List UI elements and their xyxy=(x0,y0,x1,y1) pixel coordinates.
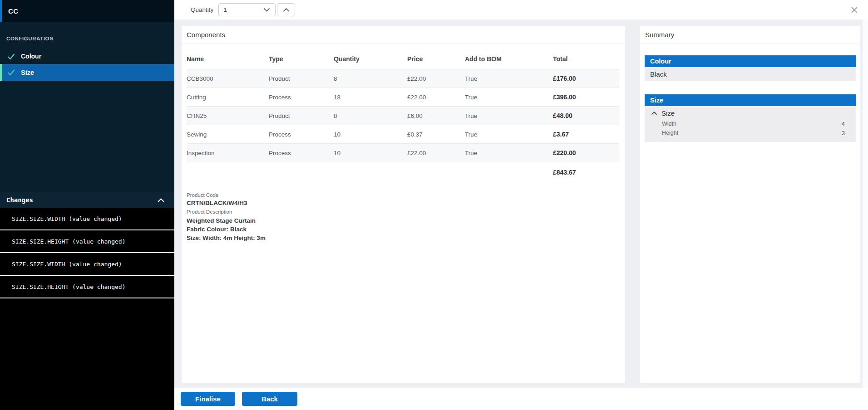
table-cell: £3.67 xyxy=(553,131,619,138)
sidebar-item-colour[interactable]: Colour xyxy=(0,49,174,64)
table-cell: True xyxy=(465,112,553,119)
table-cell: Product xyxy=(269,112,334,119)
scrollbar[interactable] xyxy=(862,20,868,388)
check-icon xyxy=(7,53,15,60)
table-cell: True xyxy=(465,131,553,138)
table-cell: £22.00 xyxy=(407,94,465,101)
changes-header[interactable]: Changes xyxy=(0,192,174,208)
table-cell: 8 xyxy=(334,112,407,119)
product-description-line: Weighted Stage Curtain xyxy=(187,216,625,225)
components-table: NameTypeQuantityPriceAdd to BOMTotal CCB… xyxy=(187,44,619,183)
table-cell: £396.00 xyxy=(553,93,619,101)
table-cell: CHN25 xyxy=(187,112,269,119)
table-cell: True xyxy=(465,75,553,82)
product-code-label: Product Code xyxy=(187,192,625,198)
summary-card: Summary ColourBlackSizeSizeWidth4Height3 xyxy=(640,26,860,383)
column-header: Add to BOM xyxy=(465,55,553,63)
chevron-up-icon xyxy=(283,8,289,12)
table-cell: £22.00 xyxy=(407,75,465,82)
attribute-value: 4 xyxy=(842,121,845,127)
finalise-button[interactable]: Finalise xyxy=(181,392,235,406)
summary-body: ColourBlackSizeSizeWidth4Height3 xyxy=(640,44,860,142)
table-cell: £220.00 xyxy=(553,149,619,156)
app-brand: CC xyxy=(0,0,174,22)
close-button[interactable] xyxy=(850,6,858,14)
table-cell: 18 xyxy=(334,94,407,101)
table-cell: Inspection xyxy=(187,150,269,156)
product-description-line: Fabric Colour: Black xyxy=(187,225,625,234)
quantity-increment-button[interactable] xyxy=(277,3,295,16)
table-row: SewingProcess10£0.37True£3.67 xyxy=(187,125,619,144)
attribute-row: Height3 xyxy=(645,128,856,137)
chevron-up-icon xyxy=(158,198,164,202)
footer: Finalise Back xyxy=(174,388,868,410)
table-row: InspectionProcess10£22.00True£220.00 xyxy=(187,144,619,162)
column-header: Price xyxy=(407,55,465,63)
components-title: Components xyxy=(182,26,625,44)
sidebar-item-label: Size xyxy=(21,69,34,76)
configuration-nav: ColourSize xyxy=(0,49,174,81)
table-cell: £176.00 xyxy=(553,75,619,82)
product-info: Product Code CRTN/BLACK/W4/H3 Product De… xyxy=(187,192,625,242)
product-description-label: Product Description xyxy=(187,209,625,215)
table-cell: 10 xyxy=(334,131,407,138)
table-cell: Sewing xyxy=(187,131,269,138)
sidebar: CC CONFIGURATION ColourSize Changes SIZE… xyxy=(0,0,174,410)
change-item: SIZE.SIZE.HEIGHT (value changed) xyxy=(0,230,174,253)
summary-section-header: Size xyxy=(645,94,856,106)
table-row: CuttingProcess18£22.00True£396.00 xyxy=(187,88,619,107)
check-icon xyxy=(7,69,15,76)
summary-section: SizeSizeWidth4Height3 xyxy=(645,94,856,142)
sidebar-spacer xyxy=(0,81,174,192)
quantity-value: 1 xyxy=(223,6,227,13)
table-body: CCB3000Product8£22.00True£176.00CuttingP… xyxy=(187,69,619,162)
summary-title: Summary xyxy=(640,26,860,44)
attribute-row: Width4 xyxy=(645,119,856,128)
table-cell: Process xyxy=(269,131,334,138)
close-icon xyxy=(851,7,858,13)
change-item: SIZE.SIZE.WIDTH (value changed) xyxy=(0,253,174,276)
summary-section: ColourBlack xyxy=(645,55,856,81)
grand-total-value: £843.67 xyxy=(553,169,619,176)
grand-total-row: £843.67 xyxy=(187,162,619,183)
sidebar-item-size[interactable]: Size xyxy=(0,64,174,81)
attribute-value: 3 xyxy=(842,130,845,137)
sidebar-item-label: Colour xyxy=(21,53,41,60)
column-header: Total xyxy=(553,55,619,63)
table-row: CHN25Product8£6.00True£48.00 xyxy=(187,107,619,125)
table-cell: £48.00 xyxy=(553,112,619,119)
table-cell: CCB3000 xyxy=(187,75,269,82)
table-cell: Process xyxy=(269,150,334,156)
summary-group-header[interactable]: Size xyxy=(645,106,856,119)
components-card: Components NameTypeQuantityPriceAdd to B… xyxy=(182,26,625,383)
column-header: Type xyxy=(269,55,334,63)
quantity-select[interactable]: 1 xyxy=(218,3,276,16)
summary-group-label: Size xyxy=(661,109,675,117)
product-code: CRTN/BLACK/W4/H3 xyxy=(187,200,625,206)
table-cell: True xyxy=(465,94,553,101)
quantity-label: Quantity xyxy=(191,6,213,13)
topbar: Quantity 1 xyxy=(174,0,868,20)
summary-section-header: Colour xyxy=(645,55,856,67)
attribute-name: Width xyxy=(662,121,676,127)
table-cell: 10 xyxy=(334,150,407,156)
changes-title: Changes xyxy=(6,196,33,204)
summary-group: SizeWidth4Height3 xyxy=(645,106,856,142)
table-cell: Product xyxy=(269,75,334,82)
attribute-name: Height xyxy=(662,130,678,136)
product-description: Weighted Stage CurtainFabric Colour: Bla… xyxy=(187,216,625,242)
table-row: CCB3000Product8£22.00True£176.00 xyxy=(187,69,619,88)
table-cell: Process xyxy=(269,94,334,101)
change-item: SIZE.SIZE.HEIGHT (value changed) xyxy=(0,276,174,298)
column-header: Name xyxy=(187,55,269,63)
table-cell: £0.37 xyxy=(407,131,465,138)
table-cell: £6.00 xyxy=(407,112,465,119)
product-description-line: Size: Width: 4m Height: 3m xyxy=(187,234,625,242)
chevron-up-icon xyxy=(651,112,657,115)
table-cell: £22.00 xyxy=(407,150,465,156)
configuration-section-title: CONFIGURATION xyxy=(0,22,174,41)
chevron-down-icon xyxy=(264,8,270,12)
back-button[interactable]: Back xyxy=(242,392,297,406)
change-item: SIZE.SIZE.WIDTH (value changed) xyxy=(0,208,174,230)
column-header: Quantity xyxy=(334,55,407,63)
